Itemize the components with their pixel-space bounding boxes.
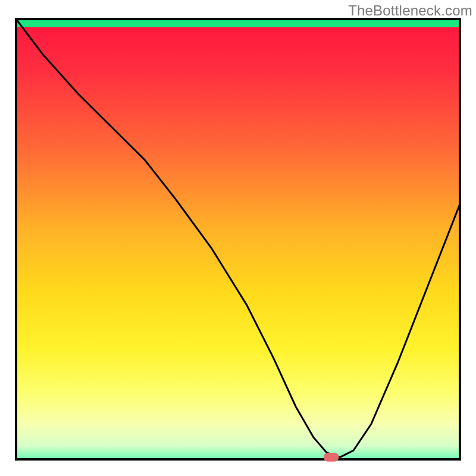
optimal-point-marker	[324, 453, 339, 462]
chart-container: TheBottleneck.com	[0, 0, 476, 476]
bottleneck-chart	[0, 0, 476, 476]
plot-background	[16, 19, 460, 459]
